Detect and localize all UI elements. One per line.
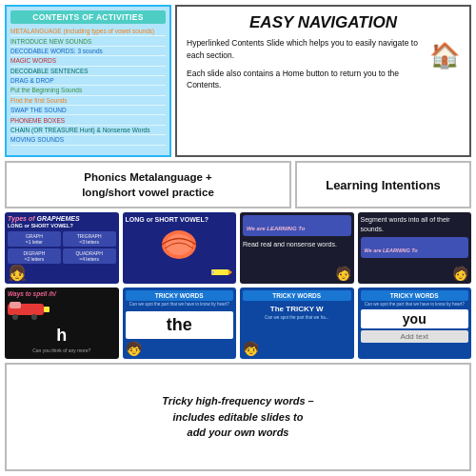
long-short-title: LONG or SHORT VOWEL? [126,216,234,223]
easy-nav-title: EASY NAVIGATION [187,13,460,32]
tricky-sub-2: Can we spot the part that we ha... [243,315,351,320]
list-item: MOVING SOUNDS [10,135,166,145]
trigraph-box: TRIGRAPH=3 letters [63,231,116,247]
tricky-sub-3: Can we spot the part that we have to kno… [361,302,469,307]
tricky-word-banner: The TRICKY W [243,305,351,313]
ways-title: Ways to spell /h/ [8,290,116,297]
svg-point-8 [31,314,37,320]
thumbnail-row2: Ways to spell /h/ h Can you think of any… [5,288,471,359]
graph-box: GRAPH=1 letter [8,231,61,247]
list-item: INTRODUCE NEW SOUNDS [10,36,166,46]
row5: Tricky high-frequency words – includes e… [5,363,471,471]
thumbnail-row1: Types of GRAPHEMES LONG or SHORT VOWEL? … [5,212,471,284]
list-item: DECODABLE WORDS: 3 sounds [10,47,166,56]
tricky-word-the: the [126,311,234,339]
easy-nav-body: 🏠 Hyperlinked Contents Slide which helps… [187,37,460,91]
graphemes-subtitle: LONG or SHORT VOWEL? [8,223,116,228]
shell-icon [160,228,198,261]
easy-nav-para1: Hyperlinked Contents Slide which helps y… [187,37,460,62]
tricky-slide-3: TRICKY WORDS Can we spot the part that w… [358,288,472,359]
li-slide-2: Segment words into all of their sounds. … [358,212,472,284]
ways-spell-slide: Ways to spell /h/ h Can you think of any… [5,288,119,359]
li-text-2-pre: Segment words into all of their sounds. [361,215,469,234]
list-item: PHONEME BOXES [10,115,166,125]
contents-title: CONTENTS OF ACTIVITIES [10,10,166,24]
house-icon: 🏠 [429,37,460,74]
shell-container [126,228,234,261]
ways-sub: Can you think of any more? [8,347,116,353]
train-icon [8,299,50,320]
list-item: METALANGUAGE (including types of vowel s… [10,27,166,36]
li-badge-2: We are LEARNING To [361,237,469,258]
tricky-header-3: TRICKY WORDS [361,290,469,301]
pencil-icon [211,263,232,280]
tricky-desc-text: Tricky high-frequency words – includes e… [162,393,313,441]
easy-nav-panel: EASY NAVIGATION 🏠 Hyperlinked Contents S… [175,5,471,157]
quadraph-box: QUADRAPH=4 letters [63,248,116,264]
learning-intentions-panel: Learning Intentions [295,161,471,208]
row1: CONTENTS OF ACTIVITIES METALANGUAGE (inc… [5,5,471,157]
person-icon: 👧 [8,264,27,282]
learning-intentions-title: Learning Intentions [326,178,441,192]
li-figure-2: 🧑 [452,266,468,281]
graphemes-title: Types of GRAPHEMES [8,215,116,222]
digraph-box: DIGRAPH=2 letters [8,248,61,264]
svg-point-7 [12,314,18,320]
list-item: CHAIN (OR TREASURE Hunt) & Nonsense Word… [10,126,166,135]
svg-rect-9 [44,307,50,312]
phonics-panel: Phonics Metalanguage + long/short vowel … [5,161,291,208]
page: CONTENTS OF ACTIVITIES METALANGUAGE (inc… [0,0,476,476]
contents-list: METALANGUAGE (including types of vowel s… [10,27,166,146]
li-figure-1: 🧑 [335,266,351,281]
tricky-header-1: TRICKY WORDS [126,290,234,301]
row2: Phonics Metalanguage + long/short vowel … [5,161,471,208]
tricky-addtext: Add text [361,330,469,343]
list-item: Put the Beginning Sounds [10,86,166,95]
svg-rect-6 [10,302,21,308]
tricky-sub-1: Can we spot the part that we have to kno… [126,302,234,307]
svg-rect-4 [211,271,214,274]
grapheme-grid: GRAPH=1 letter TRIGRAPH=3 letters DIGRAP… [8,231,116,264]
train-container [8,299,116,324]
list-item: Find the first Sounds [10,96,166,106]
li-badge-1: We are LEARNING To [243,215,351,236]
easy-nav-para2: Each slide also contains a Home button t… [187,68,460,92]
ways-letter: h [8,326,116,346]
li-text-1: Read real and nonsense words. [243,240,351,249]
li-slide-1: We are LEARNING To Read real and nonsens… [240,212,354,284]
graphemes-slide: Types of GRAPHEMES LONG or SHORT VOWEL? … [5,212,119,284]
tricky-person-2: 🧒 [243,341,259,356]
tricky-slide-1: TRICKY WORDS Can we spot the part that w… [123,288,237,359]
tricky-word-you: you [361,309,469,328]
list-item: MAGIC WORDS [10,56,166,66]
contents-panel: CONTENTS OF ACTIVITIES METALANGUAGE (inc… [5,5,171,157]
list-item: DECODABLE SENTENCES [10,67,166,76]
list-item: SWAP THE SOUND [10,106,166,115]
pencil-shape [211,268,232,276]
tricky-person-1: 🧒 [126,341,142,356]
svg-marker-3 [228,269,232,275]
tricky-slide-2: TRICKY WORDS The TRICKY W Can we spot th… [240,288,354,359]
phonics-title: Phonics Metalanguage + long/short vowel … [82,169,214,200]
list-item: DRAG & DROP [10,76,166,86]
long-short-slide: LONG or SHORT VOWEL? [123,212,237,284]
tricky-header-2: TRICKY WORDS [243,290,351,301]
tricky-desc-panel: Tricky high-frequency words – includes e… [5,363,471,471]
